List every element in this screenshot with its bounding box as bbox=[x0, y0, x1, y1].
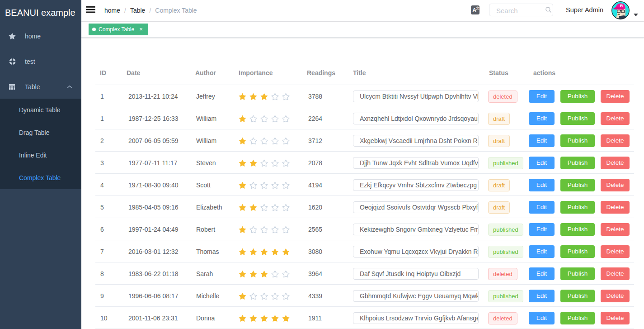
svg-text:R: R bbox=[620, 3, 623, 8]
svg-text:文: 文 bbox=[476, 6, 479, 10]
